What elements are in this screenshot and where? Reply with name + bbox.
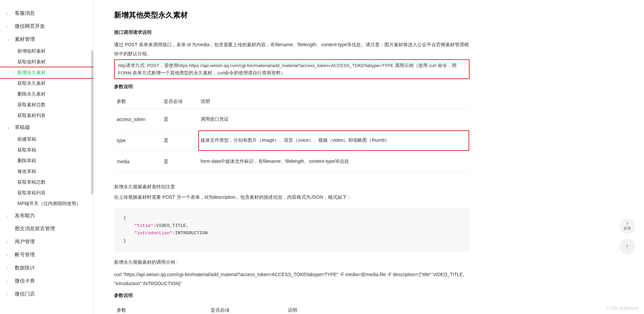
nav-publish[interactable]: ›发布能力 bbox=[0, 209, 94, 222]
nav-get-draft[interactable]: 获取草稿 bbox=[0, 145, 94, 155]
arrow-up-icon: ↑ bbox=[626, 243, 629, 250]
cell-required: 是 bbox=[161, 151, 198, 172]
cell-desc: 调用接口凭证 bbox=[198, 109, 470, 130]
th-param: 参数 bbox=[114, 303, 208, 314]
th-desc: 说明 bbox=[198, 95, 470, 109]
params-label: 参数说明 bbox=[114, 84, 470, 90]
nav-get-perm-material[interactable]: 获取永久素材 bbox=[0, 78, 94, 89]
video-note-title: 新增永久视频素材需特别注意 bbox=[114, 182, 470, 191]
nav-account-mgmt[interactable]: ›帐号管理 bbox=[0, 248, 94, 261]
http-request-text: http请求方式: POST，需使用https https://api.weix… bbox=[118, 62, 466, 76]
nav-material-mgmt[interactable]: ⌄素材管理 bbox=[0, 33, 94, 46]
cell-required: 是 bbox=[161, 130, 198, 151]
table-header-row: 参数 是否必须 说明 bbox=[114, 95, 470, 109]
desc-post-form: 通过 POST 表单来调用接口，表单 id 为media，包含需要上传的素材内容… bbox=[114, 40, 470, 58]
th-desc: 说明 bbox=[285, 303, 470, 314]
table-row: type 是 媒体文件类型，分别有图片（image）、语音（voice）、视频（… bbox=[114, 130, 470, 151]
chevron-right-icon: › bbox=[7, 214, 12, 218]
watermark: CSDN @Mcband bbox=[607, 306, 638, 311]
code-block-json: { "title":VIDEO_TITLE, "introduction":IN… bbox=[114, 208, 470, 252]
table-row: media 是 form-data中媒体文件标识，有filename、filel… bbox=[114, 151, 470, 172]
curl-example-text: curl "https://api.weixin.qq.com/cgi-bin/… bbox=[114, 270, 470, 288]
cell-param: media bbox=[114, 151, 161, 172]
sidebar: ›客服消息 ›微信网页开发 ⌄素材管理 新增临时素材 获取临时素材 新增永久素材… bbox=[0, 0, 94, 314]
section-request-desc: 接口调用请求说明 bbox=[114, 29, 470, 36]
table-row: access_token 是 调用接口凭证 bbox=[114, 109, 470, 130]
json-key: "title" bbox=[134, 223, 153, 228]
nav-delete-draft[interactable]: 删除草稿 bbox=[0, 155, 94, 166]
highlight-http-request: http请求方式: POST，需使用https https://api.weix… bbox=[114, 59, 470, 79]
content-area: 新增其他类型永久素材 接口调用请求说明 通过 POST 表单来调用接口，表单 i… bbox=[94, 0, 490, 314]
th-required: 是否必须 bbox=[161, 95, 198, 109]
th-param: 参数 bbox=[114, 95, 161, 109]
nav-new-draft[interactable]: 新建草稿 bbox=[0, 134, 94, 145]
cell-required: 是 bbox=[161, 109, 198, 130]
video-note-desc: 在上传视频素材时需要 POST 另一个表单，id为description，包含素… bbox=[114, 193, 470, 202]
cell-desc: form-data中媒体文件标识，有filename、filelength、co… bbox=[198, 151, 470, 172]
nav-wechat-web[interactable]: ›微信网页开发 bbox=[0, 20, 94, 33]
chevron-right-icon: › bbox=[7, 266, 12, 270]
json-key: "introduction" bbox=[134, 231, 172, 236]
params-table-1: 参数 是否必须 说明 access_token 是 调用接口凭证 type 是 … bbox=[114, 95, 470, 172]
nav-wechat-store[interactable]: ›微信门店 bbox=[0, 288, 94, 301]
nav-draft-box[interactable]: ⌄草稿箱 bbox=[0, 121, 94, 134]
nav-delete-perm-material[interactable]: 删除永久素材 bbox=[0, 89, 94, 100]
chevron-right-icon: › bbox=[7, 253, 12, 257]
chevron-right-icon: › bbox=[7, 11, 12, 15]
cell-desc-highlighted: 媒体文件类型，分别有图片（image）、语音（voice）、视频（video）和… bbox=[198, 130, 470, 151]
nav-get-material-count[interactable]: 获取素材总数 bbox=[0, 100, 94, 110]
nav-get-draft-list[interactable]: 获取草稿列表 bbox=[0, 188, 94, 198]
nav-add-perm-material[interactable]: 新增永久素材 bbox=[0, 67, 94, 78]
cell-param: type bbox=[114, 130, 161, 151]
chevron-down-icon: ⌄ bbox=[7, 125, 12, 130]
params-table-2: 参数 是否必须 说明 bbox=[114, 303, 470, 314]
nav-mp-switch[interactable]: MP端开关（仅内测期间使用） bbox=[0, 198, 94, 209]
chevron-right-icon: › bbox=[7, 279, 12, 283]
question-icon: ? bbox=[626, 222, 628, 226]
nav-get-temp-material[interactable]: 获取临时素材 bbox=[0, 57, 94, 67]
scroll-top-button[interactable]: ↑ bbox=[620, 239, 635, 254]
page-title: 新增其他类型永久素材 bbox=[114, 10, 470, 20]
chevron-right-icon: › bbox=[7, 24, 12, 28]
nav-comments[interactable]: 图文消息留言管理 bbox=[0, 222, 94, 235]
nav-customer-service[interactable]: ›客服消息 bbox=[0, 7, 94, 20]
help-button[interactable]: ? 反馈 bbox=[620, 219, 635, 234]
chevron-right-icon: › bbox=[7, 292, 12, 296]
chevron-right-icon: › bbox=[7, 240, 12, 244]
float-buttons: ? 反馈 ↑ bbox=[620, 219, 635, 254]
cell-param: access_token bbox=[114, 109, 161, 130]
chevron-down-icon: ⌄ bbox=[7, 37, 12, 42]
nav-add-temp-material[interactable]: 新增临时素材 bbox=[0, 46, 94, 57]
curl-example-title: 新增永久视频素材的调用示例： bbox=[114, 258, 470, 267]
nav-data-stats[interactable]: ›数据统计 bbox=[0, 261, 94, 274]
feedback-label: 反馈 bbox=[624, 226, 631, 231]
table-header-row: 参数 是否必须 说明 bbox=[114, 303, 470, 314]
nav-wechat-card[interactable]: ›微信卡券 bbox=[0, 274, 94, 288]
nav-modify-draft[interactable]: 修改草稿 bbox=[0, 166, 94, 177]
nav-get-material-list[interactable]: 获取素材列表 bbox=[0, 110, 94, 121]
nav-user-mgmt[interactable]: ›用户管理 bbox=[0, 235, 94, 248]
nav-get-draft-count[interactable]: 获取草稿总数 bbox=[0, 177, 94, 188]
params-label-2: 参数说明 bbox=[114, 293, 470, 299]
th-required: 是否必须 bbox=[208, 303, 285, 314]
